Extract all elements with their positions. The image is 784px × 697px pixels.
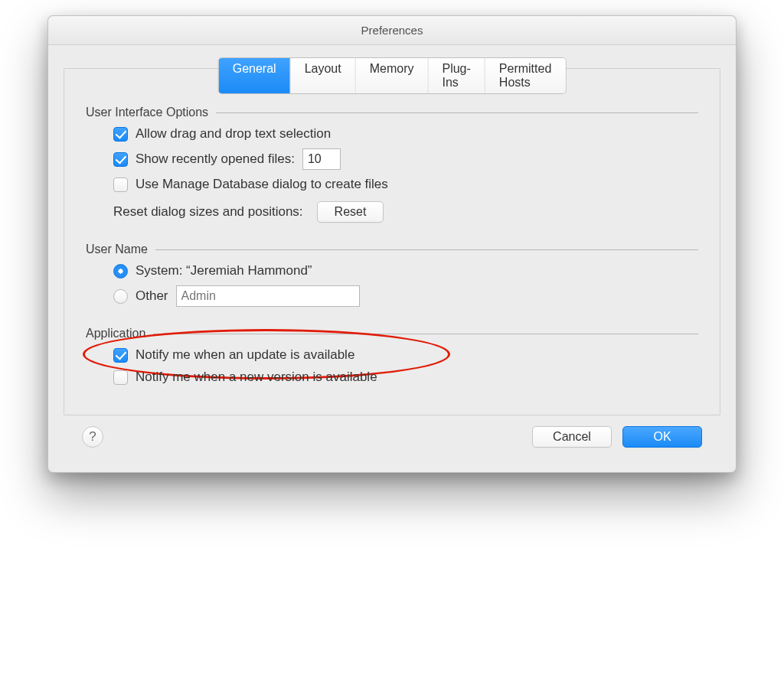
tab-permitted-hosts[interactable]: Permitted Hosts	[485, 58, 565, 93]
notify-update-checkbox[interactable]	[113, 348, 128, 363]
preferences-window: Preferences General Layout Memory Plug-I…	[47, 15, 737, 473]
notify-version-label: Notify me when a new version is availabl…	[136, 370, 377, 385]
show-recent-checkbox[interactable]	[113, 152, 128, 167]
preferences-panel: General Layout Memory Plug-Ins Permitted…	[64, 68, 720, 415]
dialog-footer: ? Cancel OK	[64, 415, 720, 448]
cancel-button[interactable]: Cancel	[532, 426, 612, 448]
ok-button[interactable]: OK	[622, 426, 702, 448]
username-other-radio[interactable]	[113, 289, 128, 304]
window-title: Preferences	[361, 24, 423, 37]
username-other-input[interactable]	[176, 285, 360, 307]
show-recent-label: Show recently opened files:	[136, 151, 295, 167]
allow-drag-label: Allow drag and drop text selection	[136, 126, 331, 142]
preferences-tabs: General Layout Memory Plug-Ins Permitted…	[218, 57, 567, 94]
help-icon: ?	[89, 429, 96, 445]
help-button[interactable]: ?	[82, 426, 103, 448]
tab-layout[interactable]: Layout	[291, 58, 356, 93]
tab-memory[interactable]: Memory	[356, 58, 429, 93]
tab-plugins[interactable]: Plug-Ins	[428, 58, 485, 93]
reset-button[interactable]: Reset	[317, 201, 384, 223]
window-titlebar: Preferences	[48, 16, 736, 45]
username-other-label: Other	[136, 288, 168, 304]
username-system-radio[interactable]	[113, 264, 128, 278]
username-system-label: System: “Jeremiah Hammond”	[136, 263, 312, 278]
allow-drag-checkbox[interactable]	[113, 127, 128, 142]
section-heading-username: User Name	[86, 243, 698, 256]
section-heading-ui: User Interface Options	[86, 106, 698, 119]
tab-general[interactable]: General	[219, 58, 291, 93]
use-manage-db-checkbox[interactable]	[113, 178, 128, 192]
notify-version-checkbox[interactable]	[113, 370, 128, 385]
reset-dialog-label: Reset dialog sizes and positions:	[113, 204, 303, 220]
notify-update-label: Notify me when an update is available	[136, 347, 354, 363]
use-manage-db-label: Use Manage Database dialog to create fil…	[136, 177, 388, 192]
recent-files-input[interactable]	[302, 148, 341, 170]
section-heading-application: Application	[86, 327, 698, 340]
